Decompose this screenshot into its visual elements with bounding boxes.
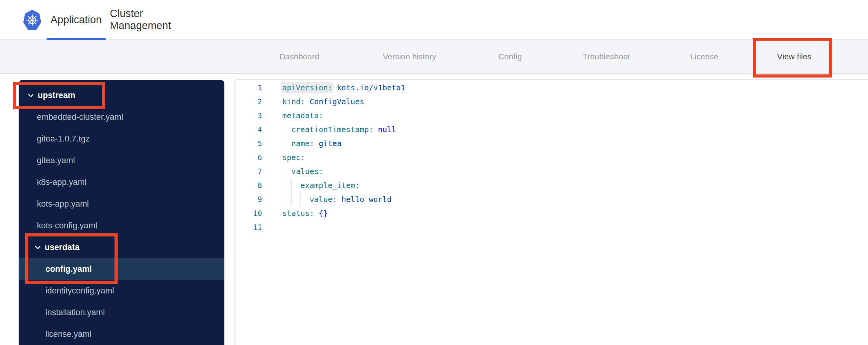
code-text: metadata: [282,111,323,120]
indent-guide [282,178,282,192]
line-number: 8 [234,181,262,190]
code-line-2[interactable]: 2kind: ConfigValues [234,95,868,109]
indent-guide [282,136,282,150]
indent-guide [300,192,300,206]
code-text: name: gitea [282,139,342,148]
code-line-7[interactable]: 7 values: [234,164,868,178]
code-text: value: hello world [282,195,392,204]
code-line-6[interactable]: 6spec: [234,150,868,164]
chevron-down-icon [35,245,41,250]
header-tab-cluster-management[interactable]: Cluster Management [110,0,197,40]
line-number: 3 [234,111,262,120]
file-content-viewer[interactable]: 1apiVersion: kots.io/v1beta12kind: Confi… [234,79,868,345]
subnav-tab-license[interactable]: License [690,40,718,73]
kots-admin-console: Application Cluster Management Dashboard… [0,0,868,345]
tree-file-kots-app-yaml[interactable]: kots-app.yaml [19,193,224,215]
tree-file-kots-config-yaml[interactable]: kots-config.yaml [19,215,224,236]
tree-item-label: gitea-1.0.7.tgz [37,134,90,144]
subnav-tab-dashboard[interactable]: Dashboard [279,40,319,73]
subnav-tab-version-history[interactable]: Version history [383,40,436,73]
tree-file-k8s-app-yaml[interactable]: k8s-app.yaml [19,171,224,193]
indent-guide [291,192,292,206]
tree-file-config-yaml[interactable]: config.yaml [19,258,224,280]
kubernetes-logo-icon[interactable] [23,10,41,30]
tree-item-label: userdata [45,243,80,252]
indent-guide [282,192,282,206]
header-tab-application[interactable]: Application [47,0,106,40]
line-number: 4 [234,125,262,134]
code-line-3[interactable]: 3metadata: [234,109,868,122]
code-line-5[interactable]: 5 name: gitea [234,136,868,150]
indent-guide [291,178,292,192]
tree-file-identityconfig-yaml[interactable]: identityconfig.yaml [19,280,224,302]
code-text: spec: [282,153,305,162]
app-subnav: DashboardVersion historyConfigTroublesho… [0,40,868,74]
indent-guide [282,122,282,136]
line-number: 5 [234,139,262,148]
chevron-down-icon [28,93,34,98]
line-number: 10 [234,209,262,217]
line-number: 6 [234,153,262,162]
tree-file-gitea-yaml[interactable]: gitea.yaml [19,150,224,171]
tree-item-label: embedded-cluster.yaml [37,112,123,122]
tree-file-embedded-cluster-yaml[interactable]: embedded-cluster.yaml [19,106,224,128]
code-text: values: [282,167,323,176]
ship-wheel-icon [26,14,39,27]
tree-item-label: identityconfig.yaml [45,286,114,296]
line-number: 11 [234,223,262,231]
code-line-8[interactable]: 8 example_item: [234,178,868,192]
code-line-9[interactable]: 9 value: hello world [234,192,868,206]
indent-guide [282,164,282,178]
line-number: 1 [234,83,262,92]
tree-folder-userdata[interactable]: userdata [19,236,224,258]
tree-folder-upstream[interactable]: upstream [19,85,224,106]
subnav-tab-troubleshoot[interactable]: Troubleshoot [583,40,630,73]
code-line-10[interactable]: 10status: {} [234,206,868,220]
code-line-1[interactable]: 1apiVersion: kots.io/v1beta1 [234,81,868,95]
code-line-4[interactable]: 4 creationTimestamp: null [234,122,868,136]
tree-file-gitea-1-0-7-tgz[interactable]: gitea-1.0.7.tgz [19,128,224,150]
tree-item-label: kots-config.yaml [37,221,97,231]
tree-item-label: config.yaml [45,264,92,274]
code-text: apiVersion: kots.io/v1beta1 [282,83,405,92]
tree-item-label: installation.yaml [45,308,105,317]
tree-file-installation-yaml[interactable]: installation.yaml [19,302,224,323]
tree-item-label: gitea.yaml [37,156,75,166]
code-text: kind: ConfigValues [282,97,364,106]
tree-item-label: kots-app.yaml [37,199,89,209]
code-text: status: {} [282,209,328,218]
line-number: 7 [234,167,262,176]
file-tree-sidebar: upstreamembedded-cluster.yamlgitea-1.0.7… [19,80,224,345]
tree-item-label: upstream [38,91,75,100]
tree-item-label: license.yaml [45,329,91,339]
tree-file-license-yaml[interactable]: license.yaml [19,323,224,345]
app-header: Application Cluster Management [0,0,868,40]
line-number: 2 [234,97,262,106]
line-number: 9 [234,195,262,204]
code-line-11[interactable]: 11 [234,220,868,234]
subnav-tab-view-files[interactable]: View files [777,40,811,73]
subnav-tab-config[interactable]: Config [498,40,522,73]
code-text: example_item: [282,181,360,190]
code-text: creationTimestamp: null [282,125,396,134]
tree-item-label: k8s-app.yaml [37,178,87,187]
